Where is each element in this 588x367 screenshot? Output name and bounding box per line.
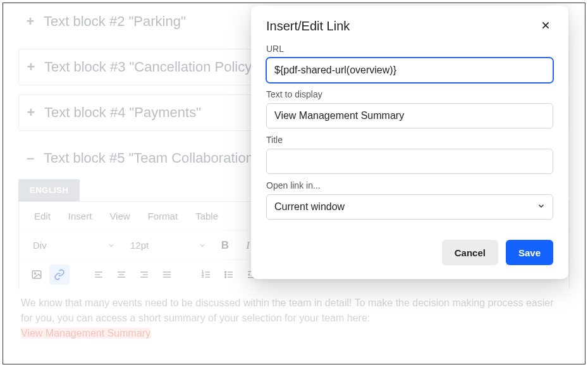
tab-english[interactable]: ENGLISH	[18, 179, 80, 201]
unordered-list-icon	[224, 270, 234, 280]
bold-button[interactable]: B	[215, 235, 235, 256]
dialog-title: Insert/Edit Link	[266, 19, 350, 34]
title-input[interactable]	[266, 149, 553, 174]
menu-insert[interactable]: Insert	[61, 208, 100, 224]
align-right-icon	[139, 270, 149, 280]
svg-point-3	[34, 273, 35, 274]
expand-icon: +	[24, 59, 38, 75]
url-label: URL	[266, 44, 553, 54]
text-to-display-label: Text to display	[266, 89, 553, 99]
save-button[interactable]: Save	[506, 240, 553, 265]
text-block-label: Text block #3 "Cancellation Policy"	[44, 59, 257, 75]
svg-text:2: 2	[202, 273, 204, 276]
svg-rect-2	[32, 271, 41, 278]
insert-link-dialog: Insert/Edit Link URL Text to display Tit…	[251, 6, 568, 279]
align-right-button[interactable]	[134, 264, 154, 285]
align-left-icon	[94, 270, 104, 280]
open-link-in-label: Open link in...	[266, 180, 553, 190]
align-justify-button[interactable]	[157, 264, 177, 285]
svg-text:3: 3	[202, 275, 204, 278]
svg-point-26	[225, 274, 226, 275]
text-block-label: Text block #4 "Payments"	[44, 104, 201, 121]
body-paragraph: We know that many events need to be disc…	[21, 297, 554, 323]
ordered-list-icon: 123	[201, 270, 211, 280]
svg-point-27	[225, 277, 226, 278]
insert-link-button[interactable]	[49, 264, 70, 285]
cancel-button[interactable]: Cancel	[442, 240, 498, 265]
url-input[interactable]	[266, 58, 553, 83]
text-block-label: Text block #5 "Team Collaboration"	[44, 150, 259, 166]
font-size-value: 12pt	[130, 240, 149, 251]
selected-link-text[interactable]: View Management Summary	[21, 328, 150, 339]
close-button[interactable]	[538, 17, 553, 35]
block-format-select[interactable]: Div	[27, 237, 121, 253]
align-justify-icon	[162, 270, 172, 280]
align-center-icon	[116, 270, 126, 280]
block-format-value: Div	[33, 240, 47, 251]
insert-image-button[interactable]	[27, 264, 47, 285]
menu-format[interactable]: Format	[140, 208, 186, 224]
svg-point-25	[225, 271, 226, 273]
text-block-label: Text block #2 "Parking"	[44, 13, 186, 30]
expand-icon: +	[23, 13, 37, 30]
align-center-button[interactable]	[111, 264, 132, 285]
font-size-select[interactable]: 12pt	[124, 237, 212, 253]
collapse-icon: –	[23, 150, 37, 166]
chevron-down-icon	[107, 242, 115, 249]
close-icon	[541, 20, 551, 30]
image-icon	[31, 269, 42, 280]
chevron-down-icon	[199, 242, 206, 249]
expand-icon: +	[24, 104, 38, 121]
unordered-list-button[interactable]	[219, 264, 239, 285]
title-label: Title	[266, 135, 553, 145]
align-left-button[interactable]	[89, 264, 109, 285]
menu-view[interactable]: View	[102, 208, 137, 224]
open-link-in-select[interactable]	[266, 194, 553, 220]
link-icon	[54, 269, 65, 280]
menu-edit[interactable]: Edit	[27, 208, 58, 224]
svg-text:1: 1	[202, 270, 204, 273]
ordered-list-button[interactable]: 123	[196, 264, 216, 285]
editor-content[interactable]: We know that many events need to be disc…	[18, 289, 570, 344]
text-to-display-input[interactable]	[266, 103, 553, 128]
menu-table[interactable]: Table	[188, 208, 226, 224]
